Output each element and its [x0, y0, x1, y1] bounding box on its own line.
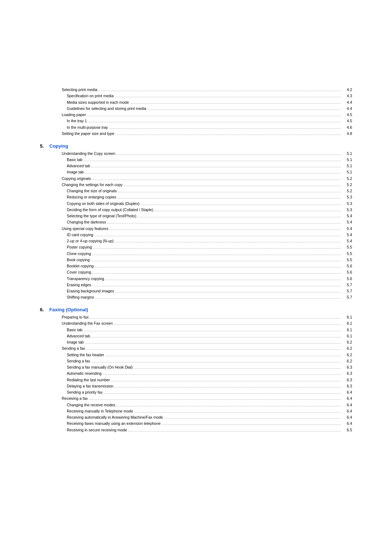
entry-page: 5.4 — [342, 238, 352, 244]
toc-entry: In the multi-purpose tray4.6 — [67, 125, 352, 131]
entry-dots — [90, 318, 341, 319]
toc-entries: Preparing to fax6.1Understanding the Fax… — [62, 315, 352, 433]
toc-entry: Erasing background images5.7 — [67, 288, 352, 294]
section-header: 6.Faxing (Optional) — [40, 307, 352, 312]
entry-label: Receiving manually in Telephone mode — [67, 409, 133, 414]
page-container: Selecting print media4.2Specification on… — [40, 15, 352, 433]
entry-label: Changing the size of originals — [67, 188, 117, 194]
entry-label: Setting the paper size and type — [62, 131, 114, 137]
toc-entry: Sending a fax6.2 — [62, 346, 352, 352]
entry-label: Changing the receive modes — [67, 402, 115, 408]
entry-dots — [137, 217, 341, 217]
entry-dots — [103, 374, 341, 375]
entry-page: 5.4 — [342, 232, 352, 238]
toc-entry: Advanced tab5.1 — [67, 163, 352, 169]
toc-entry: Reducing or enlarging copies5.3 — [67, 194, 352, 200]
entry-page: 5.2 — [342, 188, 352, 194]
entry-label: Erasing background images — [67, 288, 114, 294]
toc-entry: Shifting margins5.7 — [67, 295, 352, 300]
entry-dots — [93, 248, 341, 249]
entry-page: 5.3 — [342, 194, 352, 200]
toc-entry: Sending a fax manually (On Hook Dial)6.3 — [67, 365, 352, 370]
entry-dots — [130, 103, 341, 104]
toc-entry: Specification on print media4.3 — [67, 93, 352, 99]
entry-dots — [89, 399, 341, 400]
toc-entry: Media sizes supported in each mode4.4 — [67, 100, 352, 106]
toc-entry: Changing the settings for each copy5.2 — [62, 182, 352, 188]
toc-entry: Redialing the last number6.3 — [67, 377, 352, 383]
entry-dots — [92, 255, 341, 255]
toc-entry: Receiving automatically in Answering Mac… — [67, 415, 352, 420]
entry-label: In the tray 1 — [67, 118, 87, 124]
entry-label: Receiving automatically in Answering Mac… — [67, 415, 163, 420]
entry-dots — [87, 116, 341, 116]
toc-entry: Receiving a fax6.4 — [62, 396, 352, 402]
entry-dots — [117, 406, 341, 406]
entry-dots — [107, 223, 341, 223]
toc-entry: Receiving faxes manually using an extens… — [67, 421, 352, 427]
section-title: Copying — [49, 143, 68, 149]
entry-dots — [83, 331, 341, 331]
entry-page: 4.8 — [342, 131, 352, 137]
entry-label: In the multi-purpose tray — [67, 125, 108, 131]
entry-label: Sending a priority fax — [67, 390, 103, 395]
toc-entry: Receiving manually in Telephone mode6.4 — [67, 409, 352, 414]
top-toc-entries: Selecting print media4.2Specification on… — [62, 87, 352, 137]
entry-label: Changing the darkness — [67, 219, 106, 225]
toc-entry: Advanced tab6.1 — [67, 333, 352, 339]
toc-entry: Image tab6.2 — [67, 340, 352, 345]
entry-dots — [117, 155, 341, 155]
entry-page: 6.4 — [342, 421, 352, 427]
entry-label: Receiving faxes manually using an extens… — [67, 421, 161, 427]
entry-label: Sending a fax — [62, 346, 85, 352]
entry-dots — [115, 242, 341, 242]
entry-dots — [94, 236, 341, 236]
entry-page: 5.5 — [342, 245, 352, 250]
entry-label: Shifting margins — [67, 295, 94, 300]
entry-label: Media sizes supported in each mode — [67, 100, 129, 106]
entry-label: ID card copying — [67, 232, 93, 238]
entry-label: Preparing to fax — [62, 315, 89, 320]
entry-dots — [118, 192, 341, 192]
toc-entry: Selecting print media4.2 — [62, 87, 352, 93]
toc-entry: Sending a priority fax6.4 — [67, 390, 352, 395]
entry-dots — [114, 387, 341, 387]
entry-label: Redialing the last number — [67, 377, 110, 383]
toc-entry: Book copying5.5 — [67, 257, 352, 263]
entry-dots — [162, 424, 341, 425]
entry-page: 5.7 — [342, 282, 352, 288]
entry-page: 5.1 — [342, 151, 352, 157]
entry-label: Guidelines for selecting and storing pri… — [67, 106, 146, 112]
toc-section: 5.CopyingUnderstanding the Copy screen5.… — [40, 143, 352, 301]
toc-entry: Copying originals5.2 — [62, 176, 352, 182]
section-number: 6. — [40, 307, 47, 312]
entry-label: Erasing edges — [67, 282, 91, 288]
toc-entry: Poster copying5.5 — [67, 245, 352, 250]
entry-page: 6.3 — [342, 371, 352, 377]
entry-dots — [134, 368, 341, 369]
entry-dots — [104, 393, 341, 394]
entry-label: Selecting print media — [62, 87, 97, 93]
toc-entry: Delaying a fax transmission6.3 — [67, 383, 352, 389]
entry-label: Reducing or enlarging copies — [67, 194, 116, 200]
entry-page: 6.1 — [342, 327, 352, 333]
entry-dots — [114, 324, 341, 325]
entry-page: 6.4 — [342, 390, 352, 395]
toc-entry: Receiving in secure receiving mode6.5 — [67, 427, 352, 433]
entry-label: Deciding the form of copy output (Collat… — [67, 207, 153, 213]
entry-page: 6.3 — [342, 365, 352, 370]
entry-page: 5.3 — [342, 207, 352, 213]
entry-dots — [95, 267, 341, 267]
section-title: Faxing (Optional) — [49, 307, 88, 312]
entry-dots — [85, 343, 341, 344]
toc-entry: Preparing to fax6.1 — [62, 315, 352, 320]
entry-dots — [86, 349, 341, 350]
entry-label: Poster copying — [67, 245, 92, 250]
entry-dots — [91, 167, 341, 167]
entry-page: 5.1 — [342, 169, 352, 175]
entry-label: Basic tab — [67, 157, 82, 163]
entry-label: Delaying a fax transmission — [67, 383, 113, 389]
toc-entry: Understanding the Copy screen5.1 — [62, 151, 352, 157]
toc-entries: Understanding the Copy screen5.1Basic ta… — [62, 151, 352, 301]
toc-entry: Setting the paper size and type4.8 — [62, 131, 352, 137]
